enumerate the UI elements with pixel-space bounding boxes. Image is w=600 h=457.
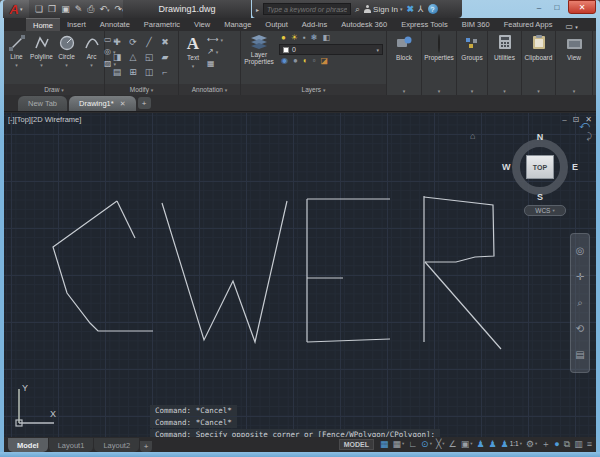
- sign-in-button[interactable]: Sign In ▾: [364, 5, 402, 14]
- maximize-button[interactable]: □: [550, 2, 564, 13]
- snap-icon[interactable]: ▦▾: [393, 440, 405, 449]
- table-icon[interactable]: ▦: [207, 60, 223, 68]
- letter-W[interactable]: [162, 201, 287, 342]
- ribbon-tab-parametric[interactable]: Parametric: [137, 18, 187, 31]
- annotation-visibility-icon[interactable]: ♟: [476, 440, 484, 449]
- dimension-icon[interactable]: ⟷ ▾: [207, 36, 223, 44]
- block-panel[interactable]: Block▾: [387, 31, 422, 95]
- undo-icon[interactable]: ↶▾: [99, 5, 109, 14]
- groups-panel[interactable]: Groups▾: [457, 31, 488, 95]
- letter-E-bottom[interactable]: [307, 339, 390, 342]
- stretch-icon[interactable]: ▰: [157, 50, 173, 65]
- save-icon[interactable]: ▣: [61, 5, 70, 14]
- erase-icon[interactable]: ✖: [157, 35, 173, 50]
- viewcube-home-icon[interactable]: ⌂: [470, 131, 475, 141]
- chevron-down-icon[interactable]: ▾: [573, 88, 576, 94]
- clipboard-panel[interactable]: Clipboard▾: [522, 31, 556, 95]
- showmotion-icon[interactable]: ▤: [575, 350, 584, 360]
- minimize-button[interactable]: –: [532, 2, 546, 13]
- bulb-icon[interactable]: ●: [281, 34, 286, 42]
- ribbon-tab-annotate[interactable]: Annotate: [93, 18, 137, 31]
- orbit-icon[interactable]: ⟲: [576, 324, 584, 334]
- array-icon[interactable]: ⊞: [125, 65, 141, 80]
- layers-panel-label[interactable]: Layers ▾: [241, 84, 386, 95]
- open-icon[interactable]: ❐: [48, 5, 56, 14]
- fillet-icon[interactable]: ◱: [141, 50, 157, 65]
- workspace-icon[interactable]: ⚙▾: [526, 440, 537, 449]
- ribbon-tab-autodesk-360[interactable]: Autodesk 360: [334, 18, 394, 31]
- annotation-panel-label[interactable]: Annotation ▾: [179, 84, 240, 95]
- drawing-viewport[interactable]: [-][Top][2D Wireframe] – ⊡ ✕ ⌂ ⤺ ⤸ N S W…: [4, 113, 596, 437]
- ribbon-tab-output[interactable]: Output: [258, 18, 295, 31]
- application-menu-button[interactable]: A ▾: [3, 0, 29, 18]
- search-input[interactable]: [263, 3, 351, 15]
- explode-icon[interactable]: ⌐: [157, 65, 173, 80]
- ribbon-tab-express-tools[interactable]: Express Tools: [394, 18, 455, 31]
- off-icon[interactable]: ●: [293, 57, 298, 65]
- viewcube[interactable]: ⌂ ⤺ ⤸ N S W E TOP: [502, 129, 578, 205]
- grid-icon[interactable]: ▦: [380, 440, 389, 449]
- letter-C-top[interactable]: [117, 201, 135, 238]
- freeze-icon[interactable]: ❄: [311, 34, 318, 42]
- letter-R-leg[interactable]: [425, 262, 501, 349]
- viewcube-west[interactable]: W: [502, 162, 511, 172]
- viewcube-rotate-icon[interactable]: ⤺: [579, 119, 590, 131]
- view-panel[interactable]: View▾: [556, 31, 593, 95]
- dynamic-input-icon[interactable]: ▣▾: [461, 440, 473, 449]
- chevron-down-icon[interactable]: ▾: [471, 88, 474, 94]
- circle-button[interactable]: Circle▾: [54, 31, 79, 84]
- line-button[interactable]: Line▾: [4, 31, 29, 84]
- move-icon[interactable]: ✚: [109, 35, 125, 50]
- viewcube-north[interactable]: N: [537, 132, 544, 142]
- object-snap-icon[interactable]: ∠: [449, 440, 457, 449]
- tab-layout1[interactable]: Layout1: [49, 438, 94, 452]
- chevron-down-icon[interactable]: ▾: [503, 88, 506, 94]
- chevron-down-icon[interactable]: ▾: [438, 88, 441, 94]
- letter-R-bowl[interactable]: [424, 197, 494, 262]
- arc-button[interactable]: Arc▾: [79, 31, 104, 84]
- model-space-toggle[interactable]: MODEL: [339, 439, 374, 450]
- media-browser-icon[interactable]: ▭ ▾: [559, 22, 583, 31]
- saveas-icon[interactable]: ✎: [75, 5, 83, 14]
- annotation-monitor-icon[interactable]: ＋: [541, 440, 550, 449]
- polyline-button[interactable]: Polyline▾: [29, 31, 54, 84]
- lock-icon[interactable]: ▪: [303, 34, 306, 42]
- zoom-icon[interactable]: ⌕: [577, 298, 583, 308]
- ribbon-tab-view[interactable]: View: [187, 18, 217, 31]
- help-icon[interactable]: ?: [428, 4, 438, 14]
- ribbon-tab-featured-apps[interactable]: Featured Apps: [497, 18, 560, 31]
- trim-icon[interactable]: ╱: [141, 35, 157, 50]
- isolate-objects-icon[interactable]: ⧉: [564, 440, 570, 449]
- autodesk-exchange-icon[interactable]: ✖: [406, 4, 414, 14]
- letter-C-body[interactable]: [53, 201, 153, 331]
- ribbon-tab-insert[interactable]: Insert: [60, 18, 93, 31]
- text-button[interactable]: A Text ▾: [179, 31, 207, 69]
- properties-panel[interactable]: Properties▾: [422, 31, 457, 95]
- polar-tracking-icon[interactable]: ⊙▾: [421, 440, 432, 449]
- layer-properties-button[interactable]: Layer Properties: [241, 31, 277, 65]
- close-tab-icon[interactable]: ✕: [120, 100, 126, 108]
- ribbon-tab-manage[interactable]: Manage: [217, 18, 258, 31]
- copy-layer-icon[interactable]: ◪: [321, 57, 329, 65]
- plot-icon[interactable]: ⎙: [87, 5, 94, 14]
- draw-panel-label[interactable]: Draw ▾: [4, 84, 104, 95]
- ribbon-tab-add-ins[interactable]: Add-ins: [295, 18, 334, 31]
- state-icon[interactable]: ▫: [313, 57, 316, 65]
- share-icon[interactable]: ⅄: [418, 5, 424, 14]
- ribbon-tab-bim-360[interactable]: BIM 360: [455, 18, 497, 31]
- customization-icon[interactable]: ≡: [587, 440, 592, 449]
- leader-icon[interactable]: ↗ ▾: [207, 48, 223, 56]
- mirror-icon[interactable]: △: [125, 50, 141, 65]
- steering-wheel-icon[interactable]: ◎: [576, 246, 585, 256]
- rotate-icon[interactable]: ⟳: [125, 35, 141, 50]
- viewcube-east[interactable]: E: [572, 162, 578, 172]
- file-tab-new-tab[interactable]: New Tab: [18, 96, 67, 111]
- copy-icon[interactable]: ◨: [109, 50, 125, 65]
- hardware-accel-icon[interactable]: ●: [554, 440, 559, 449]
- utilities-panel[interactable]: Utilities▾: [488, 31, 522, 95]
- annotation-scale-icon[interactable]: ♟1:1▾: [501, 440, 522, 449]
- search-icon[interactable]: ⌕: [355, 5, 360, 14]
- offset-icon[interactable]: ◫: [141, 65, 157, 80]
- pan-icon[interactable]: ✛: [576, 272, 584, 282]
- chevron-down-icon[interactable]: ▾: [537, 88, 540, 94]
